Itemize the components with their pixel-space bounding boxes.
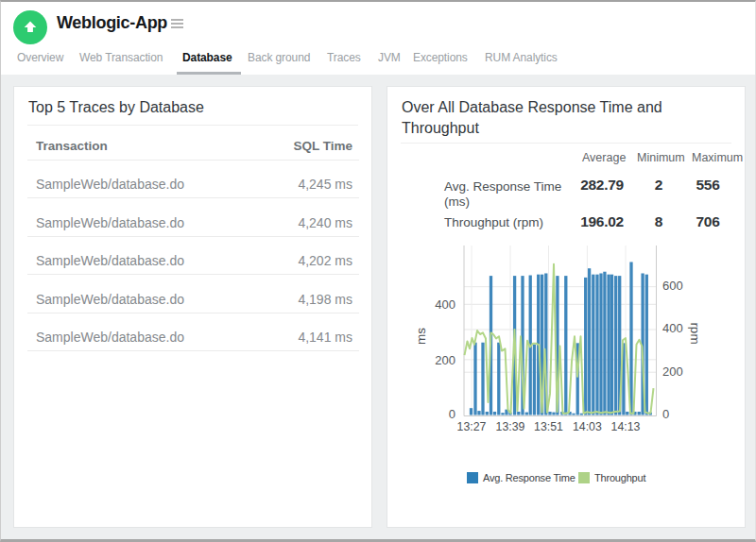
svg-text:0: 0 <box>662 407 669 421</box>
svg-text:0: 0 <box>449 407 455 421</box>
svg-text:600: 600 <box>662 279 683 293</box>
svg-text:400: 400 <box>435 297 455 312</box>
svg-text:200: 200 <box>662 364 683 379</box>
svg-text:ms: ms <box>414 328 428 345</box>
svg-text:13:39: 13:39 <box>496 420 525 433</box>
svg-text:400: 400 <box>662 321 683 335</box>
svg-text:14:13: 14:13 <box>611 420 641 433</box>
svg-text:13:51: 13:51 <box>534 420 563 433</box>
svg-text:200: 200 <box>435 353 455 367</box>
svg-text:13:27: 13:27 <box>457 420 487 433</box>
svg-text:14:03: 14:03 <box>573 420 602 433</box>
svg-text:rpm: rpm <box>688 322 702 344</box>
